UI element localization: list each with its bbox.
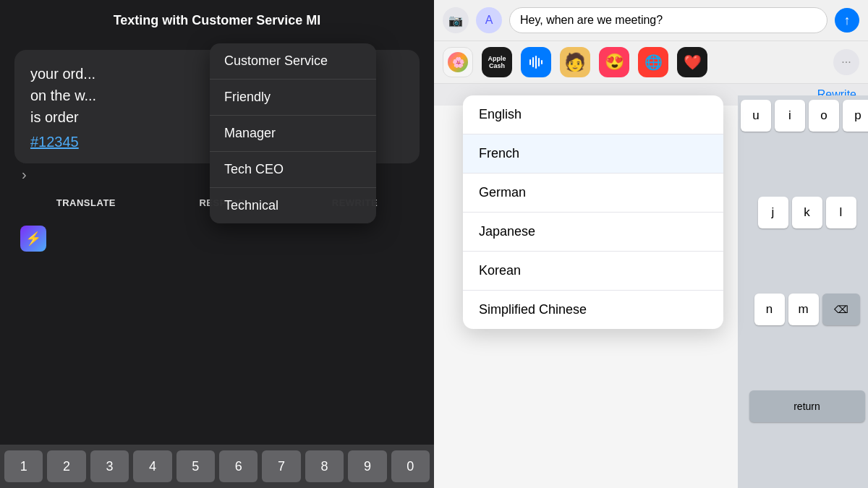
audio-icon[interactable]	[521, 47, 551, 77]
logo-area: ⚡	[20, 226, 434, 252]
lang-korean[interactable]: Korean	[463, 252, 723, 291]
language-dropdown: English French German Japanese Korean Si…	[463, 95, 723, 329]
translate-action[interactable]: TRANSLATE	[56, 197, 116, 208]
key-9[interactable]: 9	[348, 450, 386, 482]
svg-rect-6	[541, 60, 542, 64]
key-3[interactable]: 3	[90, 450, 129, 482]
app-logo: ⚡	[20, 226, 46, 252]
partial-keyboard: u i o p j k l n m ⌫ return	[738, 95, 868, 488]
context-item-friendly[interactable]: Friendly	[210, 80, 376, 116]
left-panel: Texting with Customer Service MI your or…	[0, 0, 434, 488]
chat-title: Texting with Customer Service MI	[0, 0, 434, 35]
key-6[interactable]: 6	[219, 450, 258, 482]
key-0[interactable]: 0	[391, 450, 430, 482]
key-u[interactable]: u	[741, 100, 771, 132]
key-l[interactable]: l	[826, 197, 856, 228]
app-tray: 🌸 AppleCash 🧑 😍 🌐 ❤️ ···	[434, 41, 868, 84]
heart-app-icon[interactable]: ❤️	[677, 47, 707, 77]
globe-icon[interactable]: 🌐	[638, 47, 668, 77]
keyboard-row-2: j k l	[741, 197, 868, 290]
key-7[interactable]: 7	[262, 450, 300, 482]
more-button[interactable]: ···	[833, 49, 859, 75]
emoji2-icon[interactable]: 😍	[599, 47, 629, 77]
message-toolbar: 📷 A Hey, when are we meeting? ↑	[434, 0, 868, 41]
lang-simplified-chinese[interactable]: Simplified Chinese	[463, 291, 723, 329]
key-4[interactable]: 4	[133, 450, 171, 482]
keyboard-row-4: return	[741, 390, 868, 484]
keyboard-row-3: n m ⌫	[741, 294, 868, 387]
svg-text:🌸: 🌸	[452, 56, 465, 69]
key-5[interactable]: 5	[176, 450, 215, 482]
svg-rect-4	[535, 56, 537, 69]
key-k[interactable]: k	[792, 197, 822, 228]
memoji-icon[interactable]: 🧑	[560, 47, 590, 77]
key-o[interactable]: o	[809, 100, 839, 132]
context-item-technical[interactable]: Technical	[210, 188, 376, 223]
svg-rect-5	[538, 58, 540, 67]
context-item-tech-ceo[interactable]: Tech CEO	[210, 152, 376, 188]
context-item-customer-service[interactable]: Customer Service	[210, 43, 376, 80]
key-j[interactable]: j	[758, 197, 788, 228]
context-item-manager[interactable]: Manager	[210, 116, 376, 152]
send-button[interactable]: ↑	[835, 8, 859, 33]
key-n[interactable]: n	[754, 294, 785, 325]
lang-japanese[interactable]: Japanese	[463, 213, 723, 252]
key-m[interactable]: m	[788, 294, 819, 325]
lang-french[interactable]: French	[463, 134, 723, 174]
key-return[interactable]: return	[749, 390, 865, 422]
lang-english[interactable]: English	[463, 95, 723, 134]
key-i[interactable]: i	[775, 100, 805, 132]
key-1[interactable]: 1	[4, 450, 43, 482]
key-delete[interactable]: ⌫	[822, 294, 860, 325]
lang-german[interactable]: German	[463, 174, 723, 213]
message-input-text: Hey, when are we meeting?	[520, 14, 663, 27]
apple-cash-icon[interactable]: AppleCash	[482, 47, 512, 77]
right-panel: 📷 A Hey, when are we meeting? ↑ 🌸	[434, 0, 868, 488]
keyboard-row-1: u i o p	[741, 100, 868, 193]
key-8[interactable]: 8	[305, 450, 344, 482]
svg-rect-3	[532, 57, 534, 67]
numeric-keyboard: 1 2 3 4 5 6 7 8 9 0	[0, 445, 434, 488]
message-input[interactable]: Hey, when are we meeting?	[509, 7, 827, 33]
key-2[interactable]: 2	[47, 450, 85, 482]
svg-rect-2	[529, 59, 531, 65]
key-p[interactable]: p	[843, 100, 868, 132]
photos-app-icon[interactable]: 🌸	[443, 47, 473, 77]
camera-icon[interactable]: 📷	[443, 7, 469, 33]
context-menu: Customer Service Friendly Manager Tech C…	[210, 43, 376, 223]
appstore-icon[interactable]: A	[476, 7, 502, 33]
